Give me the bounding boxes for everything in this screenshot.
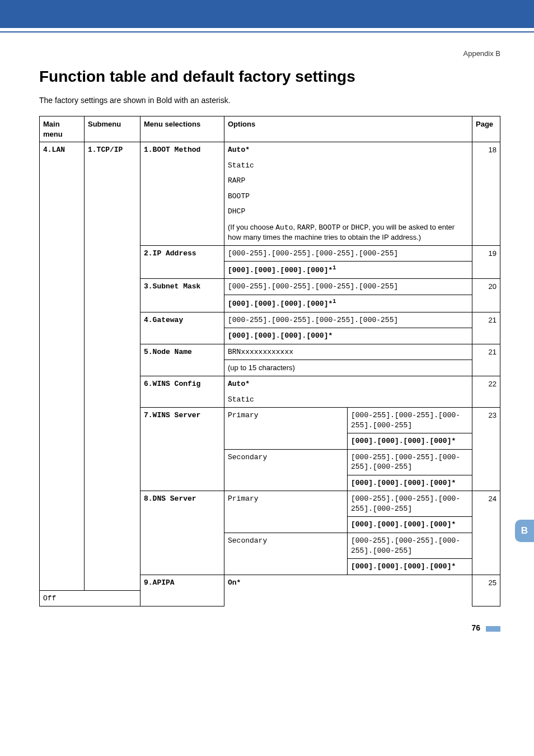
note-c2: RARP — [297, 223, 315, 232]
ip-default-text: [000].[000].[000].[000]* — [228, 267, 332, 275]
winss-secondary: Secondary — [224, 449, 348, 491]
opt-subnet-default: [000].[000].[000].[000]*1 — [224, 295, 472, 312]
sel-node: 5.Node Name — [140, 344, 224, 376]
winss-p-default: [000].[000].[000].[000]* — [348, 433, 472, 450]
appendix-label: Appendix B — [39, 49, 500, 58]
intro-text: The factory settings are shown in Bold w… — [39, 96, 500, 105]
page-heading: Function table and default factory setti… — [39, 68, 500, 86]
opt-boot-note: (If you choose Auto, RARP, BOOTP or DHCP… — [224, 220, 472, 246]
opt-ip-range: [000-255].[000-255].[000-255].[000-255] — [224, 245, 472, 262]
opt-node-note: (up to 15 characters) — [224, 360, 472, 376]
opt-boot-dhcp: DHCP — [224, 204, 472, 220]
opt-apipa-on: On* — [224, 575, 472, 590]
page-boot: 18 — [472, 142, 500, 246]
page-number: 76 — [472, 623, 481, 632]
sel-dns: 8.DNS Server — [140, 491, 224, 575]
dns-s-range: [000-255].[000-255].[000-255].[000-255] — [348, 533, 472, 558]
opt-winsc-static: Static — [224, 392, 472, 408]
page-dns: 24 — [472, 491, 500, 575]
submenu-cell: 1.TCP/IP — [85, 142, 140, 591]
side-tab: B — [515, 520, 534, 542]
page-apipa: 25 — [472, 575, 500, 606]
opt-apipa-off: Off — [40, 590, 140, 606]
dns-p-range: [000-255].[000-255].[000-255].[000-255] — [348, 491, 472, 517]
page-ip: 19 — [472, 245, 500, 278]
page-tick-icon — [486, 626, 500, 632]
opt-boot-auto: Auto* — [224, 142, 472, 158]
header-bar — [0, 0, 534, 28]
note-c4: DHCP — [351, 223, 368, 232]
th-submenu: Submenu — [85, 116, 140, 142]
dns-p-default: [000].[000].[000].[000]* — [348, 517, 472, 533]
dns-secondary: Secondary — [224, 533, 348, 575]
sel-boot-method: 1.BOOT Method — [140, 142, 224, 246]
sel-apipa: 9.APIPA — [140, 575, 224, 606]
subnet-default-text: [000].[000].[000].[000]* — [228, 300, 332, 308]
note-c3: BOOTP — [318, 223, 340, 232]
note-s3: or — [340, 223, 351, 231]
dns-primary: Primary — [224, 491, 348, 533]
winss-s-range: [000-255].[000-255].[000-255].[000-255] — [348, 449, 472, 475]
sel-gateway: 4.Gateway — [140, 312, 224, 344]
th-options: Options — [224, 116, 472, 142]
winss-primary: Primary — [224, 408, 348, 450]
page-gateway: 21 — [472, 312, 500, 344]
opt-subnet-range: [000-255].[000-255].[000-255].[000-255] — [224, 279, 472, 295]
sel-winsc: 6.WINS Config — [140, 376, 224, 407]
opt-boot-bootp: BOOTP — [224, 189, 472, 204]
page-winss: 23 — [472, 408, 500, 491]
table-header-row: Main menu Submenu Menu selections Option… — [40, 116, 500, 142]
opt-winsc-auto: Auto* — [224, 376, 472, 391]
opt-node-value: BRNxxxxxxxxxxxx — [224, 344, 472, 360]
page-node: 21 — [472, 344, 500, 376]
sel-ip-address: 2.IP Address — [140, 245, 224, 278]
opt-ip-default: [000].[000].[000].[000]*1 — [224, 262, 472, 279]
ip-foot: 1 — [332, 265, 336, 271]
th-main-menu: Main menu — [40, 116, 85, 142]
opt-boot-static: Static — [224, 158, 472, 174]
page-winsc: 22 — [472, 376, 500, 407]
note-c1: Auto — [275, 223, 293, 232]
page-subnet: 20 — [472, 279, 500, 312]
note-pre: (If you choose — [228, 223, 275, 231]
sel-subnet: 3.Subnet Mask — [140, 279, 224, 312]
opt-gateway-range: [000-255].[000-255].[000-255].[000-255] — [224, 312, 472, 328]
opt-boot-rarp: RARP — [224, 173, 472, 189]
winss-s-default: [000].[000].[000].[000]* — [348, 475, 472, 491]
note-s1: , — [293, 223, 297, 231]
subnet-foot: 1 — [332, 298, 336, 305]
settings-table: Main menu Submenu Menu selections Option… — [39, 116, 500, 606]
th-page: Page — [472, 116, 500, 142]
th-menu-selections: Menu selections — [140, 116, 224, 142]
winss-p-range: [000-255].[000-255].[000-255].[000-255] — [348, 408, 472, 433]
main-menu-cell: 4.LAN — [40, 142, 85, 591]
dns-s-default: [000].[000].[000].[000]* — [348, 559, 472, 575]
opt-gateway-default: [000].[000].[000].[000]* — [224, 328, 472, 344]
footer: 76 — [0, 618, 534, 643]
sel-winss: 7.WINS Server — [140, 408, 224, 491]
